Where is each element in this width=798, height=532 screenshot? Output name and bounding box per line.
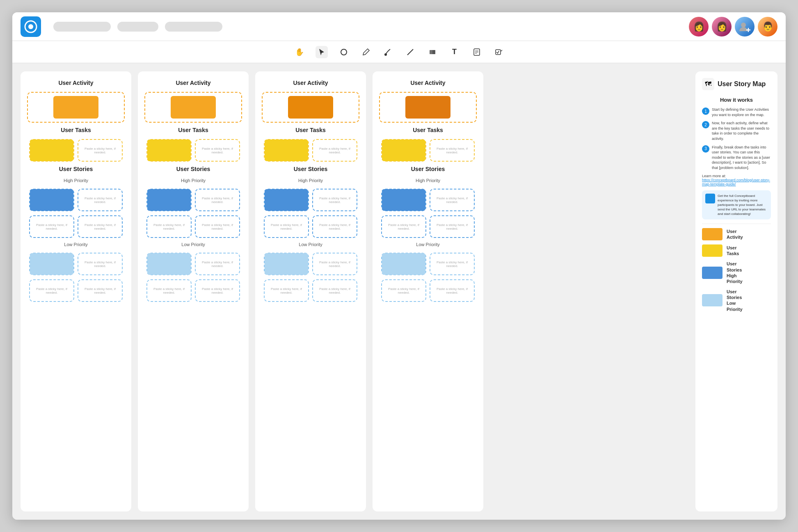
step-num-2: 2 <box>702 121 709 128</box>
story-columns: User Activity User Tasks Paste a sticky … <box>21 71 689 511</box>
tasks-title-4: User Tasks <box>379 127 477 133</box>
note-tool[interactable] <box>471 46 483 58</box>
high-placeholder-4b[interactable]: Paste a sticky here, if needed. <box>381 215 426 238</box>
tasks-title-3: User Tasks <box>262 127 359 133</box>
invite-text: Get the full Conceptboard experience by … <box>718 194 768 217</box>
high-placeholder-1[interactable]: Paste a sticky here, if needed. <box>78 189 123 211</box>
low-placeholder-4b[interactable]: Paste a sticky here, if needed. <box>381 279 426 302</box>
high-blue-4[interactable] <box>381 189 426 211</box>
task-yellow-2[interactable] <box>146 139 192 162</box>
lightblue-sticky-2 <box>147 253 191 275</box>
avatar-1[interactable]: 👩 <box>689 17 709 37</box>
high-blue-3[interactable] <box>264 189 309 211</box>
stories-title-4: User Stories <box>379 166 477 172</box>
low-placeholder-1c[interactable]: Paste a sticky here, if needed. <box>78 279 123 302</box>
high-placeholder-3c[interactable]: Paste a sticky here, if needed. <box>312 215 357 238</box>
logo-icon[interactable] <box>21 16 41 37</box>
task-placeholder-3[interactable]: Paste a sticky here, if needed. <box>312 139 357 162</box>
top-nav: 👩 👩 👨 <box>12 12 786 41</box>
high-row-2b: Paste a sticky here, if needed. Paste a … <box>144 215 242 238</box>
low-placeholder-2c[interactable]: Paste a sticky here, if needed. <box>195 279 240 302</box>
svg-line-7 <box>407 49 413 55</box>
low-placeholder-1[interactable]: Paste a sticky here, if needed. <box>78 253 123 275</box>
low-placeholder-3b[interactable]: Paste a sticky here, if needed. <box>264 279 309 302</box>
low-placeholder-text-1c: Paste a sticky here, if needed. <box>78 287 122 295</box>
yellow-sticky-3 <box>265 139 308 161</box>
nav-pill-1[interactable] <box>53 22 111 32</box>
legend-swatch-high <box>702 267 723 279</box>
high-placeholder-text-2c: Paste a sticky here, if needed. <box>196 223 239 231</box>
high-row-3a: Paste a sticky here, if needed. <box>262 189 359 211</box>
high-placeholder-2[interactable]: Paste a sticky here, if needed. <box>195 189 240 211</box>
orange-sticky-3[interactable] <box>288 96 333 119</box>
avatar-2[interactable]: 👩 <box>712 17 732 37</box>
high-placeholder-4c[interactable]: Paste a sticky here, if needed. <box>430 215 475 238</box>
area-tool[interactable] <box>426 46 439 58</box>
high-placeholder-2b[interactable]: Paste a sticky here, if needed. <box>146 215 192 238</box>
high-placeholder-1c[interactable]: Paste a sticky here, if needed. <box>78 215 123 238</box>
tasks-title-1: User Tasks <box>27 127 125 133</box>
task-placeholder-1[interactable]: Paste a sticky here, if needed. <box>78 139 123 162</box>
nav-pills <box>53 22 689 32</box>
sidebar-title: User Story Map <box>718 80 766 88</box>
lightblue-sticky-1 <box>30 253 73 275</box>
low-lightblue-4[interactable] <box>381 253 426 275</box>
nav-pill-2[interactable] <box>117 22 158 32</box>
brush-tool[interactable] <box>382 46 394 58</box>
high-blue-2[interactable] <box>146 189 192 211</box>
high-row-3b: Paste a sticky here, if needed. Paste a … <box>262 215 359 238</box>
low-lightblue-2[interactable] <box>146 253 192 275</box>
legend-activity: UserActivity <box>702 228 771 240</box>
high-placeholder-text-4b: Paste a sticky here, if needed. <box>382 223 425 231</box>
nav-pill-3[interactable] <box>165 22 222 32</box>
high-placeholder-2c[interactable]: Paste a sticky here, if needed. <box>195 215 240 238</box>
pen-tool[interactable] <box>360 46 372 58</box>
low-placeholder-text-1b: Paste a sticky here, if needed. <box>30 287 73 295</box>
svg-point-5 <box>341 49 347 55</box>
story-column-4: User Activity User Tasks Paste a sticky … <box>373 71 483 511</box>
placeholder-4: Paste a sticky here, if needed. <box>430 147 474 154</box>
low-lightblue-3[interactable] <box>264 253 309 275</box>
text-tool[interactable]: T <box>448 46 461 58</box>
task-yellow-3[interactable] <box>264 139 309 162</box>
task-placeholder-2[interactable]: Paste a sticky here, if needed. <box>195 139 240 162</box>
low-placeholder-4[interactable]: Paste a sticky here, if needed. <box>430 253 475 275</box>
task-yellow-4[interactable] <box>381 139 426 162</box>
low-placeholder-1b[interactable]: Paste a sticky here, if needed. <box>29 279 74 302</box>
low-row-2b: Paste a sticky here, if needed. Paste a … <box>144 279 242 302</box>
low-placeholder-2[interactable]: Paste a sticky here, if needed. <box>195 253 240 275</box>
learn-more: Learn more at: https://conceptboard.com/… <box>702 174 771 186</box>
legend-low-priority: UserStoriesLowPriority <box>702 289 771 312</box>
stories-title-2: User Stories <box>144 166 242 172</box>
high-placeholder-3[interactable]: Paste a sticky here, if needed. <box>312 189 357 211</box>
low-placeholder-2b[interactable]: Paste a sticky here, if needed. <box>146 279 192 302</box>
check-tool[interactable] <box>493 46 505 58</box>
low-lightblue-1[interactable] <box>29 253 74 275</box>
learn-more-link[interactable]: https://conceptboard.com/blog/user-story… <box>702 178 770 186</box>
high-placeholder-3b[interactable]: Paste a sticky here, if needed. <box>264 215 309 238</box>
low-placeholder-3[interactable]: Paste a sticky here, if needed. <box>312 253 357 275</box>
high-blue-1[interactable] <box>29 189 74 211</box>
avatar-3[interactable] <box>735 17 755 37</box>
low-placeholder-text-4: Paste a sticky here, if needed. <box>430 260 474 268</box>
avatar-4[interactable]: 👨 <box>758 17 777 37</box>
task-placeholder-4[interactable]: Paste a sticky here, if needed. <box>430 139 475 162</box>
select-tool[interactable] <box>316 46 328 58</box>
orange-sticky-2[interactable] <box>171 96 216 119</box>
low-placeholder-4c[interactable]: Paste a sticky here, if needed. <box>430 279 475 302</box>
orange-sticky-4[interactable] <box>405 96 450 119</box>
high-placeholder-1b[interactable]: Paste a sticky here, if needed. <box>29 215 74 238</box>
step-text-3: Finally, break down the tasks into user … <box>712 145 771 171</box>
task-yellow-1[interactable] <box>29 139 74 162</box>
line-tool[interactable] <box>404 46 416 58</box>
activity-area-2 <box>144 92 242 123</box>
high-placeholder-4[interactable]: Paste a sticky here, if needed. <box>430 189 475 211</box>
low-placeholder-3c[interactable]: Paste a sticky here, if needed. <box>312 279 357 302</box>
shape-tool[interactable] <box>338 46 350 58</box>
orange-sticky-1[interactable] <box>53 96 98 119</box>
low-placeholder-text-2: Paste a sticky here, if needed. <box>196 260 239 268</box>
story-column-1: User Activity User Tasks Paste a sticky … <box>21 71 131 511</box>
activity-title-4: User Activity <box>379 80 477 86</box>
hand-tool[interactable]: ✋ <box>293 46 306 58</box>
sidebar-header: 🗺 User Story Map <box>702 78 771 90</box>
